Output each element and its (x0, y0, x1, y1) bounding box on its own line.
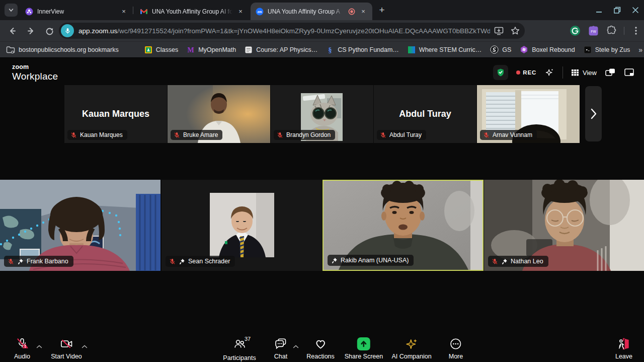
meeting-security-badge[interactable] (493, 65, 508, 80)
video-tile-rakib-anam[interactable]: Rakib Anam (UNA-USA) (323, 180, 484, 271)
recording-indicator[interactable]: REC (516, 69, 536, 76)
reload-button[interactable] (42, 24, 56, 38)
back-button[interactable] (5, 24, 19, 38)
share-screen-icon (357, 337, 370, 350)
share-screen-button[interactable]: Share Screen (345, 337, 383, 360)
fw-extension-icon[interactable]: FW (588, 26, 599, 36)
bookmark-label: GS (502, 46, 511, 53)
participant-nameplate: Nathan Leo (488, 256, 548, 267)
bookmark-classes[interactable]: Classes (144, 46, 178, 54)
url-text[interactable]: app.zoom.us/wc/94912715524/join?fromPWA=… (78, 27, 490, 35)
video-tile-bruke-amare[interactable]: Bruke Amare (168, 85, 270, 143)
course-icon (245, 46, 253, 54)
leave-button[interactable]: Leave (615, 337, 632, 360)
audio-button[interactable]: Audio (14, 337, 30, 360)
meeting-header-controls: REC View (493, 65, 635, 80)
google-classroom-icon (144, 46, 152, 54)
video-tile-frank-barbano[interactable]: Frank Barbano (0, 180, 160, 271)
participant-name-label: Rakib Anam (UNA-USA) (341, 257, 409, 264)
video-tile-sean-schrader[interactable]: Sean Schrader (162, 180, 322, 271)
video-options-chevron[interactable] (82, 341, 88, 350)
participant-nameplate: Rakib Anam (UNA-USA) (328, 255, 414, 266)
zoom-workplace-logo: zoom Workplace (12, 64, 58, 81)
chat-options-chevron[interactable] (293, 341, 299, 350)
extensions-puzzle-icon[interactable] (606, 26, 616, 36)
start-video-button[interactable]: Start Video (51, 337, 82, 360)
tab-zoom-meeting-active[interactable]: zm UNA Youth Affinity Group A × (251, 3, 372, 20)
forward-button[interactable] (24, 24, 38, 38)
install-pwa-icon[interactable] (494, 27, 504, 35)
tab-gmail-una[interactable]: UNA Youth Affinity Group AI for × (135, 3, 250, 20)
tab-close-icon[interactable]: × (120, 8, 128, 16)
bookmark-label: MyOpenMath (198, 46, 236, 53)
view-button[interactable]: View (571, 69, 597, 77)
tab-search-button[interactable] (5, 4, 18, 17)
participant-nameplate: Bruke Amare (171, 130, 222, 140)
video-tile-brandyn-gordon[interactable]: Brandyn Gordon (271, 85, 373, 143)
muted-mic-icon (70, 132, 77, 138)
bookmark-label: Course: AP Physics… (256, 46, 317, 53)
pop-out-window-icon[interactable] (605, 68, 616, 77)
ai-companion-button[interactable]: AI Companion (391, 337, 431, 360)
url-host: app.zoom.us (78, 27, 117, 35)
restore-button[interactable] (614, 7, 621, 14)
bookmark-star-icon[interactable] (511, 26, 520, 35)
more-button[interactable]: More (449, 337, 463, 360)
bookmark-where-stem[interactable]: Where STEM Curric… (408, 46, 481, 54)
bookmark-boxel-rebound[interactable]: Boxel Rebound (520, 45, 575, 54)
chat-icon (274, 337, 287, 350)
bookmark-label: Boxel Rebound (532, 46, 575, 53)
audio-options-chevron[interactable] (37, 341, 42, 350)
minimize-button[interactable] (596, 7, 603, 14)
reactions-button[interactable]: Reactions (306, 337, 335, 360)
tab-close-icon[interactable]: × (359, 8, 367, 16)
browser-menu-icon[interactable] (632, 26, 640, 35)
muted-mic-icon (8, 258, 14, 265)
view-label: View (583, 69, 597, 77)
bookmark-cs-python[interactable]: § CS Python Fundam… (326, 46, 399, 54)
filmstrip-next-button[interactable] (585, 86, 602, 141)
video-tile-arnav-vunnam[interactable]: Arnav Vunnam (477, 85, 580, 143)
bookmarks-folder-label: bostonpublicschools.org bookmarks (19, 46, 119, 53)
screen: InnerView × UNA Youth Affinity Group AI … (0, 0, 644, 362)
participant-name-label: Abdul Turay (389, 131, 422, 138)
start-video-label: Start Video (51, 353, 82, 360)
address-bar[interactable]: app.zoom.us/wc/94912715524/join?fromPWA=… (59, 23, 525, 39)
bookmark-stele-by-zus[interactable]: Stele by Zus (584, 46, 630, 54)
svg-text:FW: FW (591, 30, 596, 33)
folder-managed-icon (6, 46, 15, 53)
video-tile-nathan-leo[interactable]: Nathan Leo (484, 180, 644, 271)
participant-filmstrip: Kauan Marques Kauan Marques (64, 85, 580, 143)
leave-label: Leave (615, 353, 632, 360)
reactions-label: Reactions (306, 353, 335, 360)
chat-button[interactable]: Chat (274, 337, 287, 360)
ai-sparkle-icon[interactable] (544, 67, 554, 78)
participant-name-label: Frank Barbano (27, 258, 68, 265)
tab-strip: InnerView × UNA Youth Affinity Group AI … (0, 0, 644, 20)
participant-name-label: Bruke Amare (183, 131, 218, 138)
bookmarks-overflow-icon[interactable]: » (638, 46, 644, 54)
bookmark-myopenmath[interactable]: M MyOpenMath (187, 46, 236, 54)
video-off-icon (60, 337, 73, 350)
bookmark-gs[interactable]: GS (490, 45, 511, 54)
participant-name-label: Brandyn Gordon (286, 131, 331, 138)
extensions-area: FW (570, 23, 640, 39)
minimize-window-icon[interactable] (624, 68, 635, 77)
close-button[interactable] (632, 7, 639, 14)
participant-nameplate: Abdul Turay (377, 130, 426, 140)
participants-button[interactable]: 37 Participants (223, 337, 256, 361)
url-path: /wc/94912715524/join?fromPWA=1&tk=jYnOWe… (117, 27, 490, 35)
tab-close-icon[interactable]: × (236, 8, 245, 16)
mic-permission-icon[interactable] (61, 24, 74, 37)
svg-text:zm: zm (257, 10, 262, 13)
bookmarks-folder[interactable]: bostonpublicschools.org bookmarks (6, 46, 119, 53)
tab-innerview[interactable]: InnerView × (20, 3, 133, 20)
bookmark-ap-physics[interactable]: Course: AP Physics… (245, 46, 317, 54)
video-tile-kauan-marques[interactable]: Kauan Marques Kauan Marques (64, 85, 167, 143)
video-tile-abdul-turay[interactable]: Abdul Turay Abdul Turay (374, 85, 476, 143)
gallery-view-icon (571, 69, 579, 76)
pin-icon (179, 258, 185, 265)
new-tab-button[interactable]: + (375, 4, 388, 17)
grammarly-extension-icon[interactable] (570, 25, 581, 36)
meeting-toolbar: Audio Start Video (0, 334, 644, 362)
